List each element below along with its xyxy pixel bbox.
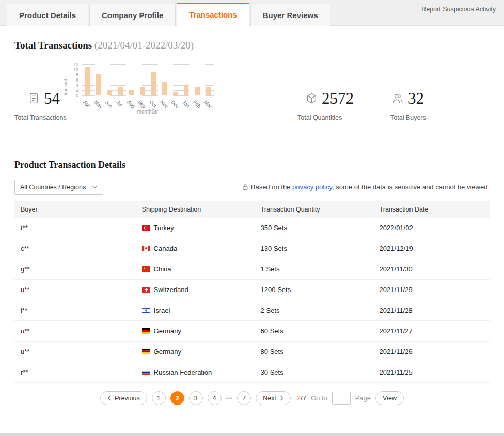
filter-row: All Countries / Regions Based on the pri… [14,180,490,195]
buyer-cell: i** [14,300,136,321]
country-label: Germany [154,327,181,335]
country-filter-dropdown[interactable]: All Countries / Regions [14,180,103,195]
chart-bar-aug [129,90,134,95]
goto-page-input[interactable] [332,392,351,405]
total-transactions-label: Total Transactions [14,114,67,121]
header-transaction-quantity: Transaction Quantity [255,201,373,218]
lock-icon [242,184,248,190]
date-cell: 2021/11/26 [373,342,490,362]
privacy-note-prefix: Based on the [251,183,292,191]
stat-total-quantities: 2572 Total Quantities [297,90,354,121]
chart-xtick-label: Sep [137,99,148,109]
pagination-page-2[interactable]: 2 [170,391,184,405]
goto-label: Go to [311,394,327,402]
pagination-previous-button[interactable]: Previous [100,391,147,405]
buyer-cell: u** [14,321,136,342]
page-indicator: 2/7 [297,394,306,402]
chart-ytick-label: 8 [76,72,78,77]
chart-ytick-label: 0 [76,93,78,98]
pagination-page-1[interactable]: 1 [152,391,166,405]
destination-cell: Germany [136,342,255,362]
report-suspicious-activity-link[interactable]: Report Suspicious Activity [421,6,496,13]
view-button[interactable]: View [375,391,404,405]
tab-buyer-reviews[interactable]: Buyer Reviews [250,4,330,26]
total-transactions-title-text: Total Transactions [14,40,92,51]
quantity-cell: 1200 Sets [255,280,373,300]
chevron-right-icon [280,395,284,401]
flag-germany-icon [142,349,150,354]
content: Total Transactions (2021/04/01-2022/03/2… [0,40,504,405]
country-label: Switzerland [154,286,188,294]
flag-turkey-icon [142,225,150,231]
chart-xtick-label: Apr [82,99,91,108]
chevron-down-icon [92,185,98,189]
tab-bar-tabs: Product DetailsCompany ProfileTransactio… [7,3,332,26]
chart-xlabels: AprMayJunJulAugSepOctNovDecJanFebMar [82,98,214,119]
quantity-cell: 130 Sets [255,238,373,259]
total-transactions-value: 54 [44,90,60,106]
tab-transactions[interactable]: Transactions [177,3,249,26]
flag-canada-icon [142,246,150,251]
chart-xtick-label: Jan [181,99,191,109]
chart-ytick-label: 2 [76,88,78,93]
pagination: Previous 1234•••7 Next 2/7 Go to Page Vi… [14,391,490,405]
country-label: Russian Federation [154,368,212,376]
chart-bar-feb [195,87,200,95]
buyer-cell: t** [14,218,136,238]
chart-ytick-label: 10 [74,67,78,72]
date-cell: 2022/01/02 [373,218,490,238]
privacy-note-suffix: , some of the data is sensitive and cann… [332,183,490,191]
document-icon [28,92,40,104]
destination-cell: Canada [136,238,255,259]
buyer-cell: g** [14,259,136,280]
tab-product-details[interactable]: Product Details [7,4,88,26]
chevron-left-icon [107,395,111,401]
total-quantities-value: 2572 [322,90,354,106]
transactions-table-header: Buyer Shipping Destination Transaction Q… [14,201,490,218]
chart-xtick-label: Nov [159,99,169,109]
stat-total-transactions-top: 54 [14,90,67,106]
privacy-policy-link[interactable]: privacy policy [292,183,332,191]
pagination-page-7[interactable]: 7 [237,391,251,405]
header-buyer: Buyer [14,201,136,218]
tab-bar: Product DetailsCompany ProfileTransactio… [0,0,504,26]
chart-xtick-label: Jul [115,99,123,107]
box-icon [306,92,318,104]
chart-bar-apr [85,67,90,95]
tab-company-profile[interactable]: Company Profile [89,4,176,26]
page-indicator-current: 2 [297,394,301,402]
chart-bar-jan [184,85,188,95]
pagination-page-3[interactable]: 3 [189,391,203,405]
previous-label: Previous [115,395,140,402]
country-label: Canada [154,245,178,252]
chart-bar-dec [173,92,178,95]
buyer-cell: c** [14,238,136,259]
pagination-ellipsis: ••• [226,396,232,401]
chart-xtick-label: Dec [170,99,181,109]
date-cell: 2021/11/29 [373,280,490,300]
chart-xtick-label: May [93,99,103,109]
chart-xtick-label: Oct [148,99,158,108]
destination-cell: Turkey [136,218,255,238]
quantity-cell: 350 Sets [255,218,373,238]
pagination-next-button[interactable]: Next [256,391,291,405]
table-row: u**Germany80 Sets2021/11/26 [14,342,490,362]
country-label: Germany [154,348,181,356]
destination-cell: Israel [136,300,255,321]
total-transactions-title: Total Transactions (2021/04/01-2022/03/2… [14,40,490,51]
date-cell: 2021/11/25 [373,362,490,383]
quantity-cell: 80 Sets [255,342,373,362]
table-row: i**Israel2 Sets2021/11/28 [14,300,490,321]
country-label: Turkey [154,224,174,232]
chart-xtick-label: Feb [192,99,202,109]
next-label: Next [263,395,276,402]
chart-x-axis-label: monthStr [82,109,214,115]
stat-total-buyers: 32 Total Buyers [390,90,426,121]
date-cell: 2021/11/30 [373,259,490,280]
page-label: Page [355,394,371,402]
pagination-page-4[interactable]: 4 [208,391,222,405]
chart-xtick-label: Jun [104,99,114,109]
flag-russian-federation-icon [142,369,150,375]
total-buyers-label: Total Buyers [390,114,426,121]
privacy-note: Based on the privacy policy, some of the… [242,183,490,191]
